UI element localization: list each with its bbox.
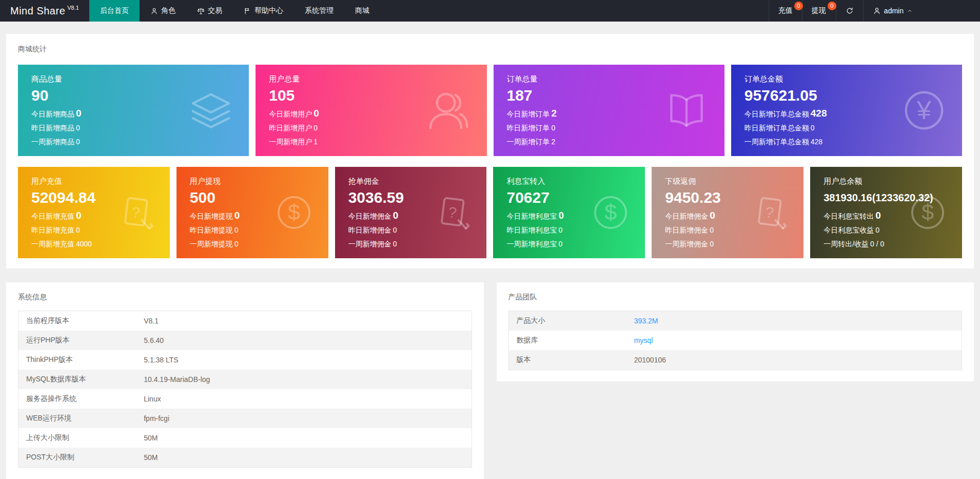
svg-text:$: $: [922, 200, 934, 224]
topbar-action-label: 提现: [812, 6, 826, 15]
user-icon: [150, 7, 158, 15]
stat-line-value: 4000: [76, 240, 92, 248]
nav-item-4[interactable]: 帮助中心: [233, 0, 294, 22]
stat-line-label: 一周转出/收益: [824, 240, 869, 248]
topbar-action-2[interactable]: 提现0: [802, 0, 836, 22]
info-row-value: Linux: [136, 389, 472, 409]
product-team-panel: 产品团队 产品大小393.2M数据库mysql版本20100106: [497, 282, 974, 381]
stat-line-label: 今日利息宝转出: [824, 212, 874, 220]
topbar-action-1[interactable]: 充值0: [769, 0, 802, 22]
stat-card-1-1: 商品总量90今日新增商品0昨日新增商品0一周新增商品0: [18, 65, 249, 156]
main-menu: 后台首页角色交易帮助中心系统管理商城: [89, 0, 380, 22]
stat-line-label: 今日新增用户: [269, 110, 312, 118]
stat-line-label: 今日新增利息宝: [506, 212, 557, 220]
info-row-label: MySQL数据库版本: [18, 370, 136, 389]
top-navbar: Mind Share V8.1 后台首页角色交易帮助中心系统管理商城 充值0提现…: [0, 0, 980, 22]
nav-item-2[interactable]: 角色: [140, 0, 186, 22]
stat-card-line: 一周新增佣金0: [665, 237, 803, 251]
nav-item-label: 系统管理: [305, 6, 334, 15]
refresh-button[interactable]: [836, 0, 863, 22]
stat-line-value: 0: [76, 108, 82, 119]
stat-card-2-3: 抢单佣金3036.59今日新增佣金0昨日新增佣金0一周新增佣金0?: [335, 167, 487, 258]
stat-line-value: 0: [76, 138, 80, 146]
info-value-link[interactable]: 393.2M: [634, 317, 658, 325]
user-menu[interactable]: admin: [863, 0, 923, 22]
info-row-label: 运行PHP版本: [18, 331, 136, 350]
stat-card-title: 商品总量: [31, 74, 249, 84]
stat-card-line: 一周新增用户1: [269, 135, 486, 149]
stat-line-value: 0: [875, 210, 881, 221]
nav-item-5[interactable]: 系统管理: [294, 0, 344, 22]
stat-line-value: 0: [552, 124, 556, 132]
system-info-title: 系统信息: [18, 293, 472, 302]
stat-line-label: 今日新增订单总金额: [744, 110, 809, 118]
stat-line-label: 今日新增佣金: [348, 212, 391, 220]
nav-item-3[interactable]: 交易: [186, 0, 233, 22]
stat-line-label: 一周新增佣金: [348, 240, 391, 248]
info-row-label: 产品大小: [508, 311, 626, 331]
stat-line-label: 今日新增商品: [31, 110, 74, 118]
info-row-label: 上传大小限制: [18, 428, 136, 448]
mall-stats-panel: 商城统计 商品总量90今日新增商品0昨日新增商品0一周新增商品0用户总量105今…: [6, 34, 974, 269]
info-row-value: V8.1: [136, 311, 472, 331]
product-team-title: 产品团队: [508, 293, 963, 302]
stat-line-value: 428: [811, 138, 822, 146]
stat-card-1-3: 订单总量187今日新增订单2昨日新增订单0一周新增订单2: [494, 65, 724, 156]
stat-card-2-2: 用户提现500今日新增提现0昨日新增提现0一周新增提现0$: [177, 167, 328, 258]
nav-item-1[interactable]: 后台首页: [89, 0, 140, 22]
stat-line-value: 0: [76, 124, 80, 132]
topbar-actions: 充值0提现0: [769, 0, 836, 22]
user-name: admin: [884, 7, 904, 15]
system-info-row: 服务器操作系统Linux: [18, 389, 472, 409]
info-row-label: WEB运行环境: [18, 409, 136, 428]
nav-item-label: 帮助中心: [254, 6, 283, 15]
stat-line-label: 今日新增订单: [507, 110, 550, 118]
stat-line-value: 2: [552, 108, 557, 119]
stat-line-label: 昨日新增商品: [31, 124, 74, 132]
info-row-value: 50M: [136, 448, 472, 468]
product-team-row: 产品大小393.2M: [508, 311, 962, 331]
bottom-panels: 系统信息 当前程序版本V8.1运行PHP版本5.6.40ThinkPHP版本5.…: [6, 282, 974, 479]
stat-line-label: 昨日新增订单: [507, 124, 550, 132]
stat-line-value: 0: [710, 210, 715, 221]
svg-text:?: ?: [131, 204, 141, 221]
stat-card-title: 用户充值: [31, 177, 170, 186]
stat-card-title: 用户总余额: [824, 177, 962, 186]
system-info-row: 上传大小限制50M: [18, 428, 472, 448]
info-row-value: 20100106: [626, 350, 962, 370]
info-row-value: 50M: [136, 428, 472, 448]
stat-line-value: 0: [234, 240, 239, 248]
stat-card-line: 一周转出/收益0 / 0: [824, 237, 962, 251]
nav-item-label: 角色: [161, 6, 175, 15]
stat-line-label: 昨日新增提现: [190, 226, 233, 234]
user-icon: [873, 7, 881, 15]
stat-line-value: 0: [313, 124, 318, 132]
stat-line-value: 0: [393, 240, 397, 248]
topbar-action-label: 充值: [778, 6, 793, 15]
stat-line-value: 0: [76, 210, 82, 221]
stat-card-line: 一周新增佣金0: [348, 237, 487, 251]
svg-text:¥: ¥: [916, 96, 931, 125]
scales-icon: [197, 7, 205, 15]
svg-text:$: $: [288, 200, 300, 224]
stat-line-label: 一周新增订单总金额: [744, 138, 809, 146]
stat-line-value: 0 / 0: [870, 240, 884, 248]
stat-line-label: 一周新增充值: [31, 240, 74, 248]
stat-line-value: 2: [552, 138, 556, 146]
doc-question-icon: ?: [748, 191, 790, 234]
stat-line-label: 昨日新增利息宝: [506, 226, 557, 234]
dollar-circle-icon: $: [907, 191, 949, 234]
svg-text:$: $: [604, 200, 617, 224]
stat-line-value: 0: [710, 226, 714, 234]
product-team-table: 产品大小393.2M数据库mysql版本20100106: [508, 311, 963, 370]
book-icon: [662, 86, 711, 135]
stat-cards-row-2: 用户充值52094.84今日新增充值0昨日新增充值0一周新增充值4000?用户提…: [18, 167, 962, 258]
info-value-link[interactable]: mysql: [634, 336, 653, 344]
stat-line-label: 今日新增充值: [31, 212, 74, 220]
stat-line-value: 428: [811, 108, 827, 119]
nav-item-6[interactable]: 商城: [344, 0, 380, 22]
stat-card-title: 利息宝转入: [506, 177, 645, 186]
svg-text:?: ?: [765, 204, 775, 221]
app-logo: Mind Share V8.1: [0, 0, 89, 22]
dollar-circle-icon: $: [273, 191, 315, 234]
